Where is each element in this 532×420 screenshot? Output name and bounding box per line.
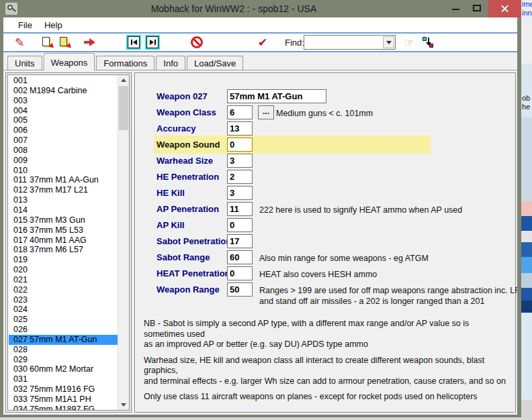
find-go-button[interactable]: ☞ — [402, 35, 416, 50]
edit-button[interactable]: ✎ — [12, 35, 27, 50]
tab-formations[interactable]: Formations — [96, 56, 154, 70]
tab-weapons[interactable]: Weapons — [44, 53, 95, 70]
check-icon: ✔ — [258, 37, 267, 48]
list-item-013[interactable]: 013 — [9, 195, 118, 205]
cancel-button[interactable] — [189, 35, 204, 50]
copy-button[interactable] — [40, 35, 55, 50]
menu-help[interactable]: Help — [38, 19, 69, 32]
form-row-sabot-penetration: Sabot Penetration — [135, 234, 513, 248]
strip-segment — [521, 273, 532, 288]
main-area: 001002M1894 Carbine003004005006007008009… — [3, 70, 517, 415]
list-item-009[interactable]: 009 — [9, 156, 118, 166]
find-dropdown-button[interactable] — [383, 36, 394, 48]
field-note-heat-penetration: HEAT also covers HESH ammo — [259, 269, 517, 280]
he-penetration-input[interactable] — [227, 170, 253, 184]
weapon-listbox[interactable]: 001002M1894 Carbine003004005006007008009… — [7, 74, 130, 411]
list-item-006[interactable]: 006 — [9, 125, 118, 136]
list-item-027[interactable]: 02757mm M1 AT-Gun — [9, 335, 118, 345]
list-item-029[interactable]: 029 — [9, 355, 118, 365]
form-row-weapon-sound: Weapon Sound — [135, 138, 513, 152]
list-scrollbar[interactable] — [118, 75, 129, 410]
note-paragraph-2: Warhead size, HE kill and weapon class a… — [144, 356, 512, 387]
field-label-weapon-class: Weapon Class — [157, 107, 216, 117]
maximize-button[interactable] — [473, 5, 481, 11]
scroll-down-button[interactable] — [118, 400, 129, 410]
list-item-024[interactable]: 024 — [9, 305, 118, 315]
tab-info[interactable]: Info — [156, 56, 185, 70]
menu-file[interactable]: File — [12, 19, 38, 32]
ap-penetration-input[interactable] — [227, 202, 253, 216]
list-item-007[interactable]: 007 — [9, 136, 118, 146]
list-item-018[interactable]: 01837mm M6 L57 — [9, 245, 118, 255]
list-item-025[interactable]: 025 — [9, 315, 118, 325]
titlebar: Mobhack for WinWW2 : - spob12 - USA — [0, 0, 521, 17]
weapon-sound-input[interactable] — [227, 138, 253, 152]
ap-kill-input[interactable] — [227, 218, 253, 232]
field-label-ap-kill: AP Kill — [157, 220, 185, 230]
field-label-weapon-sound: Weapon Sound — [157, 140, 220, 150]
list-item-008[interactable]: 008 — [9, 146, 118, 156]
field-label-accuracy: Accuracy — [157, 123, 196, 134]
field-label-he-penetration: HE Penetration — [157, 172, 219, 182]
list-item-034[interactable]: 03475mm M1897 FG — [9, 405, 118, 411]
weapon-class-input[interactable] — [227, 105, 253, 119]
list-item-015[interactable]: 01537mm M3 Gun — [9, 215, 118, 225]
scroll-up-button[interactable] — [118, 75, 129, 85]
list-item-023[interactable]: 023 — [9, 295, 118, 305]
list-item-003[interactable]: 003 — [9, 96, 118, 106]
list-item-002[interactable]: 002M1894 Carbine — [9, 86, 118, 96]
paste-clipboard-icon — [58, 36, 72, 49]
find-input[interactable] — [306, 36, 382, 48]
find-combobox[interactable] — [304, 35, 396, 50]
list-item-030[interactable]: 03060mm M2 Mortar — [9, 364, 118, 374]
list-item-022[interactable]: 022 — [9, 285, 118, 295]
list-item-010[interactable]: 010 — [9, 166, 118, 176]
form-notes: NB - Sabot is simply a second AP type, w… — [144, 319, 512, 408]
field-label-weapon-027: Weapon 027 — [157, 91, 208, 101]
find-label: Find: — [285, 38, 304, 48]
strip-segment — [521, 288, 532, 301]
scrollbar-thumb[interactable] — [119, 86, 128, 130]
list-item-019[interactable]: 019 — [9, 255, 118, 265]
list-item-032[interactable]: 03275mm M1916 FG — [9, 384, 118, 395]
minimize-button[interactable] — [452, 9, 459, 10]
weapon-027-input[interactable] — [227, 89, 326, 103]
apply-check-button[interactable]: ✔ — [255, 35, 270, 50]
paste-button[interactable] — [58, 35, 73, 50]
nav-first-button[interactable] — [126, 35, 141, 50]
tab-units[interactable]: Units — [7, 56, 42, 70]
list-item-014[interactable]: 014 — [9, 205, 118, 215]
list-item-017[interactable]: 01740mm M1 AAG — [9, 235, 118, 246]
nav-last-button[interactable] — [145, 35, 160, 50]
list-item-031[interactable]: 031 — [9, 374, 118, 384]
note-paragraph-1: NB - Sabot is simply a second AP type, w… — [144, 319, 512, 350]
list-item-012[interactable]: 01237mm M17 L21 — [9, 185, 118, 195]
weapon-range-input[interactable] — [227, 282, 253, 297]
warhead-size-input[interactable] — [227, 154, 253, 168]
list-item-004[interactable]: 004 — [9, 106, 118, 116]
list-item-028[interactable]: 028 — [9, 345, 118, 355]
reorder-button[interactable] — [420, 35, 435, 50]
weapon-class-picker-button[interactable]: ... — [258, 105, 274, 119]
field-label-warhead-size: Warhead Size — [157, 156, 213, 166]
goto-button[interactable] — [82, 35, 97, 50]
he-kill-input[interactable] — [227, 186, 253, 200]
list-item-005[interactable]: 005 — [9, 115, 118, 125]
accuracy-input[interactable] — [227, 121, 253, 136]
sabot-penetration-input[interactable] — [227, 234, 253, 248]
pointing-hand-icon: ☞ — [404, 37, 414, 48]
sabot-range-input[interactable] — [227, 250, 253, 264]
list-item-001[interactable]: 001 — [9, 76, 118, 86]
close-button[interactable] — [488, 0, 521, 17]
list-item-011[interactable]: 01137mm M1 AA-Gun — [9, 175, 118, 185]
window-title: Mobhack for WinWW2 : - spob12 - USA — [40, 3, 427, 14]
list-item-033[interactable]: 03375mm M1A1 PH — [9, 395, 118, 405]
list-item-021[interactable]: 021 — [9, 275, 118, 285]
heat-penetration-input[interactable] — [227, 266, 253, 280]
list-item-026[interactable]: 026 — [9, 325, 118, 335]
list-item-020[interactable]: 020 — [9, 265, 118, 275]
list-item-016[interactable]: 01637mm M5 L53 — [9, 225, 118, 235]
tab-load-save[interactable]: Load/Save — [187, 56, 243, 70]
app-magnifier-icon — [5, 3, 17, 15]
tab-strip: UnitsWeaponsFormationsInfoLoad/Save — [3, 52, 517, 70]
